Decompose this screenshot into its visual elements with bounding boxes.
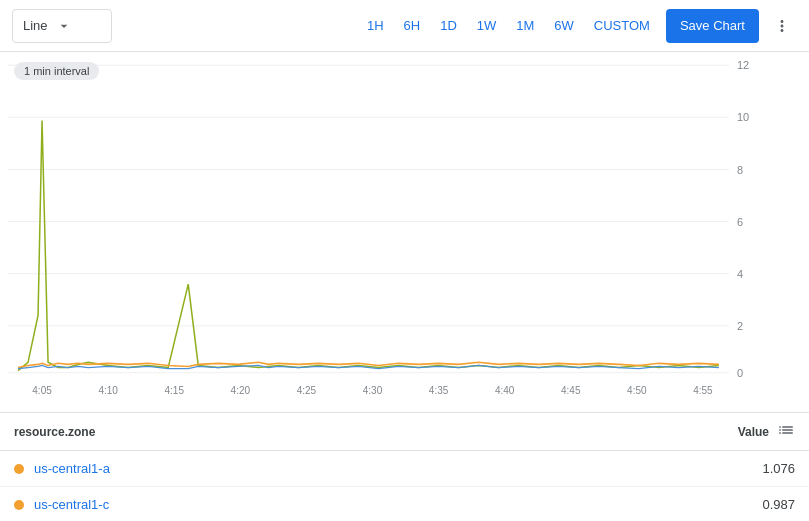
- svg-text:4:40: 4:40: [495, 384, 515, 395]
- legend-dot-1: [14, 500, 24, 510]
- legend-header: resource.zone Value: [0, 413, 809, 451]
- interval-badge: 1 min interval: [14, 62, 99, 80]
- time-btn-6w[interactable]: 6W: [546, 11, 582, 41]
- svg-text:4:05: 4:05: [32, 384, 52, 395]
- time-btn-1h[interactable]: 1H: [359, 11, 392, 41]
- svg-text:4:55: 4:55: [693, 384, 713, 395]
- save-chart-button[interactable]: Save Chart: [666, 9, 759, 43]
- svg-text:4:15: 4:15: [164, 384, 184, 395]
- legend-row-1: us-central1-c 0.987: [0, 487, 809, 521]
- header: Line 1H 6H 1D 1W 1M 6W CUSTOM Save Chart: [0, 0, 809, 52]
- time-btn-6h[interactable]: 6H: [396, 11, 429, 41]
- more-vert-icon: [773, 17, 791, 35]
- svg-text:12: 12: [737, 60, 749, 71]
- line-chart-svg: 12 10 8 6 4 2 0 4:05 4:10 4:15 4:20 4:25…: [8, 60, 769, 404]
- more-options-button[interactable]: [767, 11, 797, 41]
- svg-text:10: 10: [737, 111, 749, 123]
- time-btn-1m[interactable]: 1M: [508, 11, 542, 41]
- svg-text:8: 8: [737, 163, 743, 175]
- legend-name-1[interactable]: us-central1-c: [34, 497, 762, 512]
- time-btn-custom[interactable]: CUSTOM: [586, 11, 658, 41]
- svg-text:0: 0: [737, 367, 743, 379]
- time-btn-1w[interactable]: 1W: [469, 11, 505, 41]
- col-resource-header: resource.zone: [14, 425, 738, 439]
- chevron-down-icon: [56, 18, 72, 34]
- line-us-east1b: [18, 120, 719, 370]
- svg-text:4:10: 4:10: [98, 384, 118, 395]
- legend-value-1: 0.987: [762, 497, 795, 512]
- time-btn-1d[interactable]: 1D: [432, 11, 465, 41]
- legend-value-0: 1.076: [762, 461, 795, 476]
- svg-text:4: 4: [737, 268, 743, 280]
- svg-text:4:25: 4:25: [297, 384, 317, 395]
- chart-type-dropdown[interactable]: Line: [12, 9, 112, 43]
- legend-dot-0: [14, 464, 24, 474]
- time-buttons: 1H 6H 1D 1W 1M 6W CUSTOM: [359, 11, 658, 41]
- legend-section: resource.zone Value us-central1-a 1.076 …: [0, 412, 809, 521]
- chart-area: 1 min interval 12 10 8 6 4 2 0 4:05 4:10…: [0, 52, 809, 412]
- svg-text:4:30: 4:30: [363, 384, 383, 395]
- svg-text:2: 2: [737, 320, 743, 332]
- legend-chart-icon[interactable]: [777, 421, 795, 442]
- chart-type-label: Line: [23, 18, 48, 33]
- svg-text:4:45: 4:45: [561, 384, 581, 395]
- legend-row-0: us-central1-a 1.076: [0, 451, 809, 487]
- svg-text:4:20: 4:20: [231, 384, 251, 395]
- svg-text:4:35: 4:35: [429, 384, 449, 395]
- svg-text:4:50: 4:50: [627, 384, 647, 395]
- legend-name-0[interactable]: us-central1-a: [34, 461, 762, 476]
- svg-text:6: 6: [737, 216, 743, 228]
- col-value-header: Value: [738, 425, 769, 439]
